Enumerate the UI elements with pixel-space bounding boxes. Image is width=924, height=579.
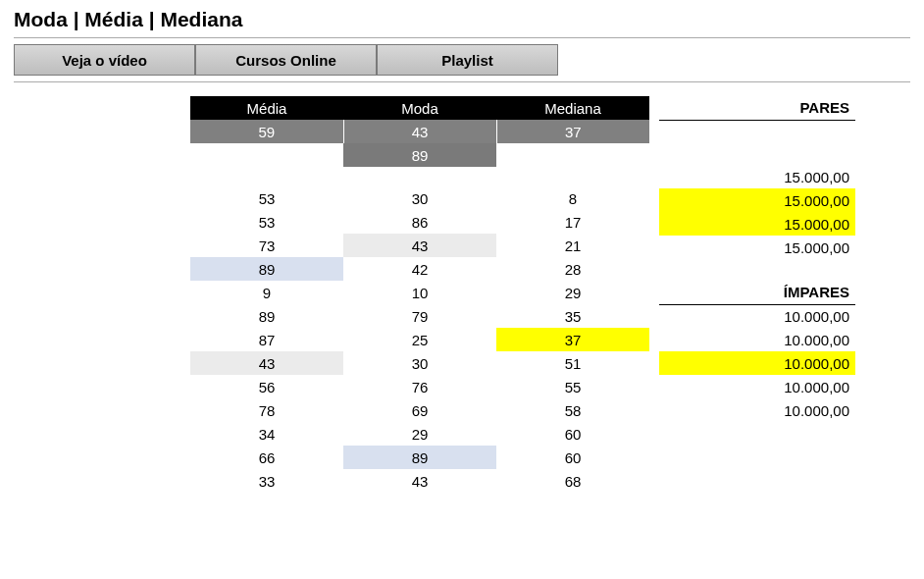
value-cell: 10.000,00 (659, 328, 855, 351)
data-cell: 8 (496, 186, 649, 210)
data-cell: 33 (190, 469, 343, 493)
data-cell: 37 (496, 328, 649, 351)
col-header-moda: Moda (343, 96, 496, 120)
data-cell: 43 (190, 351, 343, 375)
data-cell: 55 (496, 375, 649, 398)
data-cell: 30 (343, 186, 496, 210)
table-row: 10.000,00 (659, 375, 855, 398)
data-cell: 29 (343, 422, 496, 446)
table-row: 10.000,00 (659, 398, 855, 422)
empty-cell (190, 143, 343, 167)
data-cell: 42 (343, 257, 496, 281)
divider (14, 37, 910, 38)
playlist-button[interactable]: Playlist (377, 44, 558, 76)
data-cell: 60 (496, 422, 649, 446)
data-cell: 21 (496, 234, 649, 257)
data-cell: 89 (190, 304, 343, 328)
result-moda: 43 (343, 120, 496, 143)
value-cell: 10.000,00 (659, 351, 855, 375)
data-cell: 89 (343, 446, 496, 469)
table-row: 872537 (190, 328, 649, 351)
data-cell: 73 (190, 234, 343, 257)
empty-cell (496, 143, 649, 167)
table-row: 53308 (190, 186, 649, 210)
data-cell: 51 (496, 351, 649, 375)
col-header-media: Média (190, 96, 343, 120)
spacer-row (190, 167, 649, 186)
data-cell: 89 (190, 257, 343, 281)
data-cell: 86 (343, 210, 496, 234)
table-row: 342960 (190, 422, 649, 446)
data-cell: 43 (343, 469, 496, 493)
spacer-row (659, 259, 855, 281)
result-moda-extra: 89 (343, 143, 496, 167)
data-cell: 53 (190, 210, 343, 234)
pares-header: PARES (659, 96, 855, 120)
data-cell: 76 (343, 375, 496, 398)
data-cell: 10 (343, 281, 496, 304)
table-row: 734321 (190, 234, 649, 257)
value-cell: 15.000,00 (659, 165, 855, 188)
button-row: Veja o vídeo Cursos Online Playlist (14, 44, 910, 76)
value-cell: 15.000,00 (659, 236, 855, 259)
data-cell: 58 (496, 398, 649, 422)
table-row: 538617 (190, 210, 649, 234)
table-row: 91029 (190, 281, 649, 304)
data-cell: 60 (496, 446, 649, 469)
spacer-row (659, 120, 855, 165)
data-cell: 25 (343, 328, 496, 351)
table-row: 334368 (190, 469, 649, 493)
table-row: 567655 (190, 375, 649, 398)
data-cell: 34 (190, 422, 343, 446)
divider (14, 81, 910, 82)
col-header-mediana: Mediana (496, 96, 649, 120)
value-cell: 15.000,00 (659, 188, 855, 212)
data-cell: 69 (343, 398, 496, 422)
table-row: 897935 (190, 304, 649, 328)
result-media: 59 (190, 120, 343, 143)
table-row: 15.000,00 (659, 236, 855, 259)
table-row: 786958 (190, 398, 649, 422)
data-cell: 79 (343, 304, 496, 328)
table-row: 10.000,00 (659, 304, 855, 328)
data-cell: 87 (190, 328, 343, 351)
value-cell: 10.000,00 (659, 398, 855, 422)
cursos-button[interactable]: Cursos Online (195, 44, 377, 76)
value-cell: 10.000,00 (659, 304, 855, 328)
value-cell: 15.000,00 (659, 212, 855, 236)
result-mediana: 37 (496, 120, 649, 143)
table-row: 894228 (190, 257, 649, 281)
data-cell: 28 (496, 257, 649, 281)
data-cell: 66 (190, 446, 343, 469)
data-cell: 53 (190, 186, 343, 210)
table-row: 668960 (190, 446, 649, 469)
data-cell: 9 (190, 281, 343, 304)
data-cell: 30 (343, 351, 496, 375)
stats-table: Média Moda Mediana 59 43 37 89 533085386… (190, 96, 649, 493)
table-row: 15.000,00 (659, 165, 855, 188)
data-cell: 17 (496, 210, 649, 234)
data-cell: 56 (190, 375, 343, 398)
page-title: Moda | Média | Mediana (14, 4, 910, 37)
data-cell: 68 (496, 469, 649, 493)
data-cell: 29 (496, 281, 649, 304)
data-cell: 78 (190, 398, 343, 422)
video-button[interactable]: Veja o vídeo (14, 44, 195, 76)
table-row: 433051 (190, 351, 649, 375)
table-row: 15.000,00 (659, 212, 855, 236)
data-cell: 35 (496, 304, 649, 328)
table-row: 10.000,00 (659, 328, 855, 351)
data-cell: 43 (343, 234, 496, 257)
table-row: 15.000,00 (659, 188, 855, 212)
impares-header: ÍMPARES (659, 281, 855, 304)
value-cell: 10.000,00 (659, 375, 855, 398)
table-row: 10.000,00 (659, 351, 855, 375)
pares-table: PARES 15.000,0015.000,0015.000,0015.000,… (659, 96, 855, 422)
